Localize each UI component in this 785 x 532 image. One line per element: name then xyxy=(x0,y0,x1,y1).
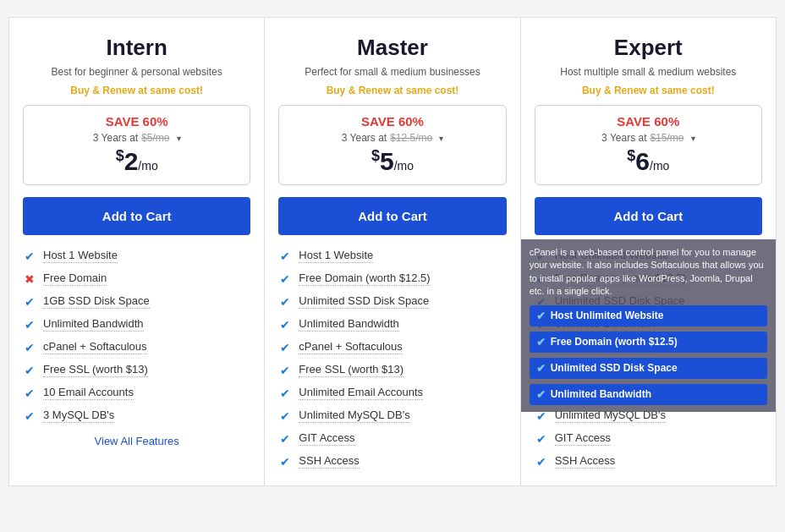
feature-item-intern-3: ✔Unlimited Bandwidth xyxy=(23,317,250,332)
check-icon: ✔ xyxy=(23,387,36,400)
check-icon: ✔ xyxy=(23,341,36,354)
feature-text-master-1: Free Domain (worth $12.5) xyxy=(299,271,430,286)
feature-text-master-4: cPanel + Softaculous xyxy=(299,340,403,354)
feature-text-intern-4: cPanel + Softaculous xyxy=(43,340,147,354)
check-icon: ✔ xyxy=(535,409,548,423)
dollar-sign-master: $ xyxy=(371,147,380,164)
feature-item-master-4: ✔cPanel + Softaculous xyxy=(278,340,506,354)
save-badge-expert: SAVE 60% xyxy=(617,114,679,129)
x-icon: ✖ xyxy=(23,272,36,286)
feature-item-expert-0: ✔Host Unlimited Website xyxy=(535,249,762,263)
feature-text-intern-2: 1GB SSD Disk Space xyxy=(43,294,150,309)
price-main-expert: $6/mo xyxy=(627,147,669,176)
plan-title-master: Master xyxy=(278,35,506,61)
features-list-master: ✔Host 1 Website✔Free Domain (worth $12.5… xyxy=(278,249,506,469)
save-badge-master: SAVE 60% xyxy=(361,114,424,129)
feature-text-expert-2: Unlimited SSD Disk Space xyxy=(555,294,685,309)
feature-text-intern-5: Free SSL (worth $13) xyxy=(43,363,148,377)
feature-item-intern-7: ✔3 MySQL DB's xyxy=(23,409,250,423)
features-list-intern: ✔Host 1 Website✖Free Domain✔1GB SSD Disk… xyxy=(23,249,250,423)
feature-item-expert-8: ✔GIT Access xyxy=(535,431,762,446)
check-icon: ✔ xyxy=(23,250,36,263)
price-main-intern: $2/mo xyxy=(116,147,158,176)
check-icon: ✔ xyxy=(535,295,548,309)
check-icon: ✔ xyxy=(278,272,292,286)
chevron-icon-expert[interactable]: ▾ xyxy=(691,134,695,143)
feature-text-expert-7: Unlimited MySQL DB's xyxy=(555,409,666,423)
check-icon: ✔ xyxy=(278,341,292,354)
chevron-icon-master[interactable]: ▾ xyxy=(439,134,443,143)
feature-item-master-6: ✔Unlimited Email Accounts xyxy=(278,386,506,400)
feature-item-intern-1: ✖Free Domain xyxy=(23,271,250,286)
per-mo-expert: /mo xyxy=(650,159,669,173)
check-icon: ✔ xyxy=(278,364,292,377)
check-icon: ✔ xyxy=(278,455,292,469)
feature-text-intern-1: Free Domain xyxy=(43,271,107,286)
check-icon: ✔ xyxy=(23,409,36,423)
feature-text-intern-0: Host 1 Website xyxy=(43,249,118,263)
feature-item-master-1: ✔Free Domain (worth $12.5) xyxy=(278,271,506,286)
feature-item-master-5: ✔Free SSL (worth $13) xyxy=(278,363,506,377)
check-icon: ✔ xyxy=(535,272,548,286)
feature-text-master-9: SSH Access xyxy=(299,454,360,469)
check-icon: ✔ xyxy=(278,250,292,263)
check-icon: ✔ xyxy=(535,250,548,263)
feature-text-expert-3: Unlimited Bandwidth xyxy=(555,317,656,332)
price-main-master: $5/mo xyxy=(371,147,414,176)
view-features-link-intern[interactable]: View All Features xyxy=(23,435,250,447)
plan-card-intern: InternBest for beginner & personal websi… xyxy=(8,17,265,486)
feature-text-intern-6: 10 Email Accounts xyxy=(43,386,134,400)
feature-text-expert-5: Free SSL (worth $13) xyxy=(555,363,660,377)
feature-item-intern-4: ✔cPanel + Softaculous xyxy=(23,340,250,354)
feature-text-expert-6: Unlimited Email Accounts xyxy=(555,386,679,400)
years-row-intern: 3 Years at $5/mo▾ xyxy=(36,132,238,144)
feature-text-expert-4: cPanel + Softaculous xyxy=(555,340,659,354)
years-row-expert: 3 Years at $15/mo▾ xyxy=(547,132,749,144)
original-price-master: $12.5/mo xyxy=(390,132,432,144)
dollar-sign-expert: $ xyxy=(627,147,635,164)
feature-text-intern-3: Unlimited Bandwidth xyxy=(43,317,144,332)
plan-subtitle-master: Perfect for small & medium businesses xyxy=(278,66,506,78)
features-list-expert: ✔Host Unlimited Website✔Free Domain (wor… xyxy=(535,249,762,469)
plan-subtitle-intern: Best for beginner & personal websites xyxy=(23,66,250,78)
feature-item-expert-6: ✔Unlimited Email Accounts xyxy=(535,386,762,400)
years-label-master: 3 Years at xyxy=(342,132,387,144)
feature-item-intern-5: ✔Free SSL (worth $13) xyxy=(23,363,250,377)
feature-item-master-9: ✔SSH Access xyxy=(278,454,506,469)
feature-text-master-5: Free SSL (worth $13) xyxy=(299,363,403,377)
check-icon: ✔ xyxy=(535,341,548,354)
check-icon: ✔ xyxy=(535,432,548,446)
check-icon: ✔ xyxy=(535,455,548,469)
plan-title-expert: Expert xyxy=(535,35,762,61)
feature-text-master-6: Unlimited Email Accounts xyxy=(299,386,423,400)
buy-renew-intern: Buy & Renew at same cost! xyxy=(23,85,250,96)
plan-card-expert: ExpertHost multiple small & medium websi… xyxy=(521,17,777,486)
plan-title-intern: Intern xyxy=(23,35,250,61)
feature-text-expert-8: GIT Access xyxy=(555,431,611,446)
feature-item-master-0: ✔Host 1 Website xyxy=(278,249,506,263)
feature-item-master-7: ✔Unlimited MySQL DB's xyxy=(278,409,506,423)
feature-text-master-8: GIT Access xyxy=(299,431,354,446)
check-icon: ✔ xyxy=(278,295,292,309)
add-to-cart-btn-intern[interactable]: Add to Cart xyxy=(23,197,250,235)
feature-text-expert-0: Host Unlimited Website xyxy=(555,249,669,263)
feature-item-intern-2: ✔1GB SSD Disk Space xyxy=(23,294,250,309)
buy-renew-master: Buy & Renew at same cost! xyxy=(278,85,506,96)
buy-renew-expert: Buy & Renew at same cost! xyxy=(535,85,762,96)
pricing-box-expert: SAVE 60%3 Years at $15/mo▾$6/mo xyxy=(535,105,762,185)
dollar-sign-intern: $ xyxy=(116,147,124,164)
check-icon: ✔ xyxy=(278,387,292,400)
plan-card-master: MasterPerfect for small & medium busines… xyxy=(265,17,520,486)
check-icon: ✔ xyxy=(278,409,292,423)
check-icon: ✔ xyxy=(23,295,36,309)
feature-item-expert-1: ✔Free Domain (worth $12.5) xyxy=(535,271,762,286)
add-to-cart-btn-master[interactable]: Add to Cart xyxy=(278,197,506,235)
chevron-icon-intern[interactable]: ▾ xyxy=(177,134,181,143)
check-icon: ✔ xyxy=(535,387,548,400)
feature-item-master-3: ✔Unlimited Bandwidth xyxy=(278,317,506,332)
add-to-cart-btn-expert[interactable]: Add to Cart xyxy=(535,197,762,235)
feature-text-expert-9: SSH Access xyxy=(555,454,616,469)
feature-item-master-2: ✔Unlimited SSD Disk Space xyxy=(278,294,506,309)
plans-container: InternBest for beginner & personal websi… xyxy=(8,17,777,486)
save-badge-intern: SAVE 60% xyxy=(106,114,168,129)
